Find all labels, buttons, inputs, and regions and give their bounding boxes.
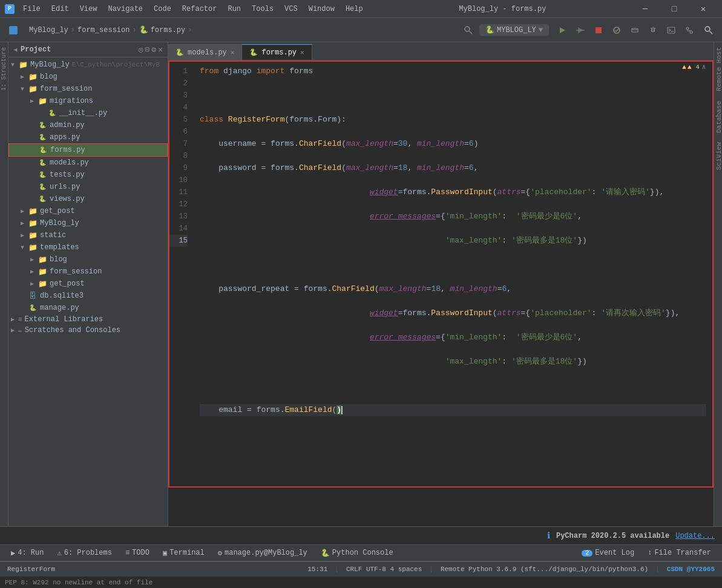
bottom-right-brand: CSDN @YY2065 — [665, 566, 717, 573]
tree-item-blog[interactable]: ▶ 📁 blog — [8, 71, 168, 83]
line-col-label: 15:31 — [307, 566, 327, 573]
menu-edit[interactable]: Edit — [47, 4, 74, 15]
tree-item-scratches[interactable]: ▶ ✏ Scratches and Consoles — [8, 325, 168, 336]
status-class[interactable]: RegisterForm — [5, 566, 57, 573]
tree-item-forms[interactable]: ▶ 🐍 forms.py — [8, 143, 168, 157]
project-toolbar: ◎ ⊟ ⚙ ✕ — [139, 45, 163, 54]
tab-forms-close[interactable]: ✕ — [300, 48, 304, 56]
menu-help[interactable]: Help — [341, 4, 368, 15]
bottom-area: ℹ PyCharm 2020.2.5 available Update... ▶… — [0, 526, 722, 588]
menu-vcs[interactable]: VCS — [280, 4, 303, 15]
tab-manage[interactable]: ⚙ manage.py@MyBlog_ly — [212, 547, 313, 560]
menu-code[interactable]: Code — [149, 4, 176, 15]
tree-item-templates-blog[interactable]: ▶ 📁 blog — [8, 253, 168, 266]
tree-item-models[interactable]: ▶ 🐍 models.py — [8, 157, 168, 169]
close-button[interactable]: ✕ — [689, 0, 717, 18]
debug-button[interactable] — [572, 22, 589, 39]
database-panel[interactable]: Database — [714, 96, 722, 138]
status-encoding[interactable]: CRLF UTF-8 4 spaces — [344, 566, 424, 573]
code-content[interactable]: from django import forms class RegisterF… — [192, 60, 706, 526]
event-log-label: Event Log — [595, 549, 634, 557]
app-icon: P — [5, 4, 15, 14]
tab-event-log[interactable]: 2 Event Log — [576, 547, 640, 559]
menu-tools[interactable]: Tools — [247, 4, 278, 15]
menu-file[interactable]: File — [18, 4, 45, 15]
breadcrumb-project[interactable]: MyBlog_ly — [29, 26, 68, 34]
status-bar: RegisterForm 15:31 | CRLF UTF-8 4 spaces… — [0, 561, 722, 576]
git-icon[interactable] — [681, 22, 698, 39]
warning-count: ▲ 4 — [688, 64, 700, 71]
minimize-button[interactable]: ─ — [631, 0, 659, 18]
warning-icon: ▲ — [682, 64, 686, 71]
breadcrumb-folder[interactable]: form_session — [77, 26, 130, 34]
bottom-tabs: ▶ 4: Run ⚠ 6: Problems ≡ TODO ▣ Terminal… — [0, 544, 722, 561]
breadcrumb-file[interactable]: forms.py — [151, 26, 186, 34]
tree-item-db[interactable]: ▶ 🗄 db.sqlite3 — [8, 290, 168, 302]
project-title[interactable]: Project — [21, 45, 135, 54]
tab-terminal[interactable]: ▣ Terminal — [157, 547, 211, 560]
tab-forms-icon: 🐍 — [249, 48, 258, 56]
search-icon[interactable] — [460, 22, 477, 39]
tab-problems[interactable]: ⚠ 6: Problems — [51, 547, 117, 560]
run-button[interactable] — [554, 22, 571, 39]
tree-item-manage[interactable]: ▶ 🐍 manage.py — [8, 302, 168, 314]
tree-item-external-libs[interactable]: ▶ ≡ External Libraries — [8, 314, 168, 325]
tree-item-migrations[interactable]: ▶ 📁 migrations — [8, 95, 168, 107]
menu-window[interactable]: Window — [304, 4, 340, 15]
tree-item-templates-form-session[interactable]: ▶ 📁 form_session — [8, 266, 168, 278]
locate-file-icon[interactable]: ◎ — [139, 45, 143, 54]
project-tree[interactable]: ▼ 📁 MyBlog_ly E\C_python\project\MyB ▶ 📁… — [8, 57, 168, 526]
tab-run[interactable]: ▶ 4: Run — [5, 547, 50, 560]
tree-item-urls[interactable]: ▶ 🐍 urls.py — [8, 181, 168, 193]
tree-item-myblog-sub[interactable]: ▶ 📁 MyBlog_ly — [8, 217, 168, 229]
tree-item-templates-get-post[interactable]: ▶ 📁 get_post — [8, 278, 168, 290]
status-python-path[interactable]: Remote Python 3.6.9 (sft.../django_ly/bi… — [438, 566, 651, 573]
structure-label[interactable]: 1: Structure — [1, 47, 7, 91]
tree-item-get-post[interactable]: ▶ 📁 get_post — [8, 205, 168, 217]
code-editor[interactable]: ▲ ▲ 4 ∧ ∨ 1 2 3 4 5 6 7 8 9 10 11 12 13 … — [168, 60, 714, 526]
tab-models[interactable]: 🐍 models.py ✕ — [168, 44, 242, 60]
project-panel: ▼ Project ◎ ⊟ ⚙ ✕ ▼ 📁 MyBlog_ly E\C_pyth… — [8, 42, 168, 526]
tree-item-static[interactable]: ▶ 📁 static — [8, 229, 168, 241]
tree-item-apps[interactable]: ▶ 🐍 apps.py — [8, 131, 168, 143]
tree-item-views[interactable]: ▶ 🐍 views.py — [8, 193, 168, 205]
run-configuration[interactable]: 🐍 MYBLOG_LY ▼ — [479, 24, 549, 36]
tree-item-templates[interactable]: ▼ 📁 templates — [8, 241, 168, 253]
menu-refactor[interactable]: Refactor — [177, 4, 222, 15]
warning-expand[interactable]: ∧ — [702, 63, 706, 71]
menu-navigate[interactable]: Navigate — [103, 4, 148, 15]
run-tab-icon: ▶ — [11, 549, 15, 558]
tab-forms-label: forms.py — [261, 48, 297, 57]
search-everywhere-button[interactable] — [700, 22, 717, 39]
status-line-col[interactable]: 15:31 — [305, 566, 330, 573]
tab-todo[interactable]: ≡ TODO — [119, 547, 156, 559]
run-config-dropdown: ▼ — [539, 26, 543, 34]
brand-label: CSDN @YY2065 — [667, 566, 715, 573]
tab-file-transfer[interactable]: ↕ File Transfer — [642, 547, 717, 559]
remote-host-panel[interactable]: Remote Host — [714, 42, 722, 96]
tab-python-console[interactable]: 🐍 Python Console — [315, 547, 399, 560]
tree-item-init[interactable]: ▶ 🐍 __init__.py — [8, 107, 168, 119]
tree-item-tests[interactable]: ▶ 🐍 tests.py — [8, 169, 168, 181]
build-button[interactable] — [626, 22, 643, 39]
menu-view[interactable]: View — [75, 4, 102, 15]
tree-item-form-session[interactable]: ▼ 📁 form_session — [8, 83, 168, 95]
hide-panel-icon[interactable]: ✕ — [158, 45, 163, 54]
tab-forms[interactable]: 🐍 forms.py ✕ — [242, 44, 312, 60]
sciview-panel[interactable]: SciView — [714, 137, 722, 175]
options-icon[interactable]: ⚙ — [151, 45, 156, 54]
tree-item-root[interactable]: ▼ 📁 MyBlog_ly E\C_python\project\MyB — [8, 59, 168, 71]
terminal-icon[interactable] — [663, 22, 680, 39]
tree-item-admin[interactable]: ▶ 🐍 admin.py — [8, 119, 168, 131]
maximize-button[interactable]: □ — [660, 0, 688, 18]
update-link[interactable]: Update... — [675, 532, 715, 540]
svg-point-13 — [686, 27, 689, 30]
coverage-button[interactable] — [608, 22, 625, 39]
tab-models-close[interactable]: ✕ — [231, 48, 235, 56]
line-numbers: 1 2 3 4 5 6 7 8 9 10 11 12 13 14 15 — [168, 60, 192, 526]
settings-button[interactable] — [645, 22, 661, 39]
notification-bar: ℹ PyCharm 2020.2.5 available Update... — [0, 526, 722, 544]
menu-run[interactable]: Run — [223, 4, 246, 15]
collapse-all-icon[interactable]: ⊟ — [145, 45, 150, 54]
stop-button[interactable] — [590, 22, 607, 39]
